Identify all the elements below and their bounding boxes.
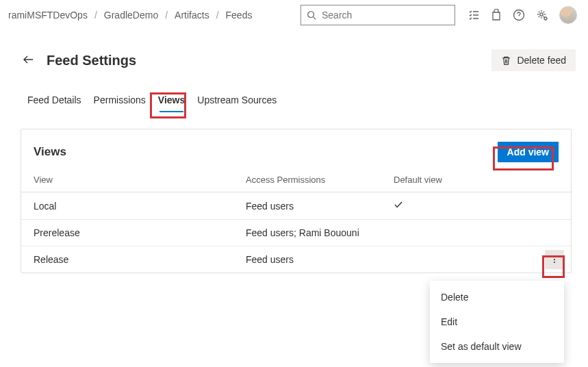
- menu-item-edit[interactable]: Edit: [430, 309, 564, 334]
- cell-view: Prerelease: [34, 227, 246, 238]
- delete-feed-label: Delete feed: [517, 55, 566, 66]
- table-row[interactable]: Prerelease Feed users; Rami Bououni: [21, 220, 571, 246]
- table-row[interactable]: Release Feed users: [21, 246, 571, 273]
- views-panel: Views Add view View Access Permissions D…: [21, 129, 572, 273]
- breadcrumb-page[interactable]: Feeds: [226, 10, 253, 21]
- breadcrumb-org[interactable]: ramiMSFTDevOps: [8, 10, 88, 21]
- checkmark-icon: [394, 201, 403, 212]
- tab-views[interactable]: Views: [158, 90, 185, 112]
- search-input[interactable]: [320, 9, 449, 21]
- svg-point-6: [554, 259, 555, 260]
- task-list-icon[interactable]: [468, 9, 480, 21]
- svg-point-3: [540, 13, 543, 16]
- search-box[interactable]: [301, 5, 455, 25]
- add-view-button[interactable]: Add view: [498, 142, 559, 162]
- menu-item-set-default[interactable]: Set as default view: [430, 334, 564, 359]
- breadcrumb-sep: /: [216, 10, 219, 21]
- breadcrumb-sep: /: [94, 10, 97, 21]
- col-header-view: View: [34, 175, 246, 185]
- avatar[interactable]: [559, 6, 577, 24]
- shopping-bag-icon[interactable]: [491, 9, 502, 21]
- top-bar: ramiMSFTDevOps / GradleDemo / Artifacts …: [0, 0, 588, 30]
- table-row[interactable]: Local Feed users: [21, 192, 571, 220]
- tab-row: Feed Details Permissions Views Upstream …: [0, 74, 588, 112]
- breadcrumb: ramiMSFTDevOps / GradleDemo / Artifacts …: [8, 10, 252, 21]
- cell-view: Local: [34, 201, 246, 212]
- page-header: Feed Settings Delete feed: [0, 30, 588, 74]
- panel-header: Views Add view: [21, 129, 571, 172]
- breadcrumb-sep: /: [165, 10, 168, 21]
- tab-permissions[interactable]: Permissions: [94, 90, 146, 112]
- cell-default: [394, 200, 559, 212]
- svg-point-5: [554, 256, 555, 257]
- settings-icon[interactable]: [536, 9, 548, 21]
- help-icon[interactable]: [513, 9, 525, 21]
- breadcrumb-project[interactable]: GradleDemo: [104, 10, 158, 21]
- cell-access: Feed users; Rami Bououni: [246, 227, 394, 238]
- more-vertical-icon: [550, 255, 559, 264]
- cell-view: Release: [34, 254, 246, 265]
- tab-feed-details[interactable]: Feed Details: [27, 90, 81, 112]
- column-headers: View Access Permissions Default view: [21, 172, 571, 192]
- delete-feed-button[interactable]: Delete feed: [491, 49, 576, 71]
- cell-access: Feed users: [246, 254, 394, 265]
- page-title: Feed Settings: [47, 53, 136, 68]
- trash-icon: [501, 55, 511, 66]
- search-icon: [307, 10, 316, 20]
- back-arrow-icon[interactable]: [22, 53, 34, 68]
- menu-item-delete[interactable]: Delete: [430, 285, 564, 309]
- cell-access: Feed users: [246, 201, 394, 212]
- svg-line-1: [314, 17, 316, 20]
- col-header-access: Access Permissions: [246, 175, 394, 185]
- col-header-default: Default view: [394, 175, 559, 185]
- row-actions-button[interactable]: [545, 250, 564, 269]
- svg-point-4: [544, 17, 547, 20]
- svg-point-0: [308, 12, 314, 18]
- breadcrumb-section[interactable]: Artifacts: [175, 10, 209, 21]
- svg-point-7: [554, 262, 555, 263]
- panel-title: Views: [34, 145, 66, 159]
- top-icons: [468, 6, 577, 24]
- tab-upstream-sources[interactable]: Upstream Sources: [197, 90, 277, 112]
- context-menu: Delete Edit Set as default view: [430, 281, 564, 363]
